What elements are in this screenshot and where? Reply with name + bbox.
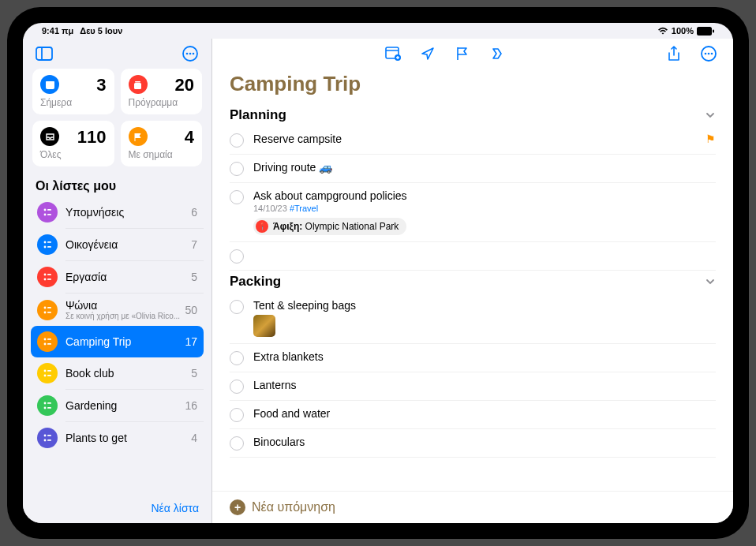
reminder-row[interactable]: Extra blankets xyxy=(230,344,716,372)
list-shared-label: Σε κοινή χρήση με «Olivia Rico... xyxy=(65,312,180,320)
sidebar-list-item[interactable]: Ψώνια Σε κοινή χρήση με «Olivia Rico... … xyxy=(31,294,204,326)
svg-rect-33 xyxy=(47,370,51,372)
smart-list-card[interactable]: 20 Πρόγραμμα xyxy=(121,69,203,114)
svg-point-22 xyxy=(44,279,47,281)
list-icon xyxy=(37,234,58,255)
attachment-thumbnail[interactable] xyxy=(253,315,275,337)
flag-button[interactable] xyxy=(452,43,473,64)
svg-rect-1 xyxy=(713,29,714,32)
main-area: • • • xyxy=(212,39,733,523)
list-count: 16 xyxy=(185,399,197,412)
reminder-title: Extra blankets xyxy=(253,350,716,363)
svg-point-7 xyxy=(193,53,195,55)
reminder-row[interactable]: Food and water xyxy=(230,401,716,429)
sidebar-list-item[interactable]: Οικογένεια 7 xyxy=(31,229,204,260)
svg-rect-9 xyxy=(46,81,54,84)
reminder-row[interactable]: Reserve campsite ⚑ xyxy=(230,126,716,155)
location-button[interactable] xyxy=(417,43,438,64)
chevron-down-icon[interactable] xyxy=(705,278,716,286)
sidebar-list-item[interactable]: Gardening 16 xyxy=(31,390,204,421)
share-button[interactable] xyxy=(664,43,684,64)
reminder-checkbox[interactable] xyxy=(230,436,244,451)
reminder-checkbox[interactable] xyxy=(230,190,244,204)
list-name-label: Εργασία xyxy=(65,271,186,283)
svg-point-16 xyxy=(44,241,47,244)
list-options-button[interactable] xyxy=(698,43,719,64)
list-count: 6 xyxy=(191,206,197,219)
status-bar: 9:41 πμ Δευ 5 Ιουν 100% xyxy=(23,23,733,39)
smart-list-label: Με σημαία xyxy=(129,149,195,160)
svg-point-34 xyxy=(44,375,47,377)
reminder-row[interactable]: Binoculars xyxy=(230,429,716,458)
plus-icon: + xyxy=(230,499,245,515)
list-name-label: Υπομνήσεις xyxy=(65,206,186,219)
smart-list-card[interactable]: 110 Όλες xyxy=(32,121,114,166)
reminder-row[interactable]: Driving route 🚙 xyxy=(230,155,716,183)
reminder-checkbox[interactable] xyxy=(230,249,244,264)
reminder-row[interactable] xyxy=(230,242,716,271)
reminder-checkbox[interactable] xyxy=(230,380,244,394)
svg-rect-19 xyxy=(47,246,51,248)
template-button[interactable] xyxy=(383,43,403,64)
svg-rect-10 xyxy=(134,83,141,89)
sidebar-list-item[interactable]: Υπομνήσεις 6 xyxy=(31,196,204,228)
reminder-checkbox[interactable] xyxy=(230,162,244,176)
reminder-title: Lanterns xyxy=(253,379,716,391)
more-options-button[interactable] xyxy=(180,43,200,64)
reminder-checkbox[interactable] xyxy=(230,408,244,422)
list-icon xyxy=(37,267,58,287)
svg-rect-23 xyxy=(47,279,51,280)
sidebar-toggle-button[interactable] xyxy=(34,43,54,64)
list-count: 50 xyxy=(185,304,197,316)
sidebar-list-item[interactable]: Plants to get 4 xyxy=(31,422,204,454)
sidebar-list-item[interactable]: Εργασία 5 xyxy=(31,261,204,293)
svg-rect-15 xyxy=(47,214,51,215)
smart-list-count: 4 xyxy=(185,127,194,148)
location-chip[interactable]: 📍 Άφιξη: Olympic National Park xyxy=(253,218,406,235)
list-title: Camping Trip xyxy=(212,69,733,104)
reminder-title: Driving route 🚙 xyxy=(253,161,716,174)
battery-icon xyxy=(697,27,714,36)
status-right: 100% xyxy=(657,26,714,36)
list-count: 5 xyxy=(191,271,197,283)
svg-point-18 xyxy=(44,246,47,249)
reminder-row[interactable]: Ask about campground policies14/10/23 #T… xyxy=(230,183,716,242)
calendar-stack-icon xyxy=(129,75,148,94)
screen: 9:41 πμ Δευ 5 Ιουν 100% xyxy=(23,23,733,523)
new-list-button[interactable]: Νέα λίστα xyxy=(151,502,199,514)
list-name-label: Book club xyxy=(65,367,186,380)
flag-icon xyxy=(129,127,148,146)
tag-button[interactable] xyxy=(487,43,507,64)
smart-list-count: 110 xyxy=(77,127,107,148)
battery-percent: 100% xyxy=(672,26,694,36)
svg-point-24 xyxy=(44,306,47,309)
status-date: Δευ 5 Ιουν xyxy=(80,26,122,36)
smart-list-card[interactable]: 3 Σήμερα xyxy=(32,69,114,114)
chevron-down-icon[interactable] xyxy=(705,111,716,119)
list-icon xyxy=(37,300,58,320)
svg-rect-11 xyxy=(135,81,140,83)
reminder-title: Food and water xyxy=(253,407,716,420)
reminder-checkbox[interactable] xyxy=(230,351,244,365)
sidebar-list-item[interactable]: Camping Trip 17 xyxy=(31,326,204,357)
svg-rect-29 xyxy=(47,338,51,340)
reminder-checkbox[interactable] xyxy=(230,300,244,314)
svg-point-6 xyxy=(189,53,192,55)
location-pin-icon: 📍 xyxy=(256,220,268,233)
svg-point-28 xyxy=(44,338,47,341)
svg-point-50 xyxy=(711,53,713,55)
svg-point-48 xyxy=(705,53,707,55)
svg-rect-31 xyxy=(47,343,51,345)
location-label: Άφιξη: Olympic National Park xyxy=(273,221,399,232)
new-reminder-button[interactable]: + Νέα υπόμνηση xyxy=(230,499,335,515)
section-title: Planning xyxy=(230,107,286,123)
list-icon xyxy=(37,395,58,416)
reminder-row[interactable]: Lanterns xyxy=(230,372,716,401)
smart-list-card[interactable]: 4 Με σημαία xyxy=(121,121,203,166)
svg-rect-2 xyxy=(36,47,52,60)
svg-rect-25 xyxy=(47,307,51,309)
reminder-row[interactable]: Tent & sleeping bags xyxy=(230,293,716,344)
sidebar-list-item[interactable]: Book club 5 xyxy=(31,357,204,389)
reminder-checkbox[interactable] xyxy=(230,133,244,148)
svg-rect-27 xyxy=(47,312,51,313)
